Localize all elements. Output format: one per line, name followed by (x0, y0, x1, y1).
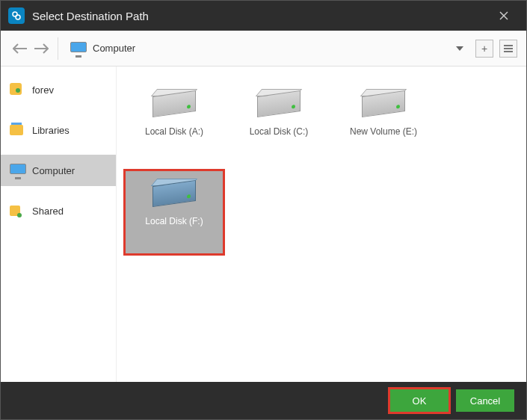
drive-label: Local Disk (A:) (145, 126, 203, 137)
svg-point-1 (16, 15, 20, 19)
navbar-right: + (456, 40, 517, 58)
back-button[interactable] (10, 38, 31, 59)
sidebar-item-libraries[interactable]: Libraries (1, 114, 116, 146)
dialog: Select Destination Path (0, 0, 527, 420)
titlebar: Select Destination Path (1, 1, 526, 31)
drive-label: Local Disk (C:) (250, 126, 309, 137)
back-arrow-icon (13, 43, 28, 54)
drive-grid: Local Disk (A:) Local Disk (C:) New Volu… (117, 67, 526, 382)
sidebar: forev Libraries Computer Shared (1, 67, 117, 382)
row-break (126, 164, 517, 171)
new-folder-button[interactable]: + (475, 40, 493, 58)
close-icon (499, 11, 508, 20)
sidebar-item-user[interactable]: forev (1, 74, 116, 105)
drive-local-a[interactable]: Local Disk (A:) (126, 81, 223, 164)
drive-icon (152, 179, 196, 209)
content: Computer + forev (1, 31, 526, 382)
sidebar-item-label: Computer (32, 165, 75, 176)
location-text: Computer (93, 43, 135, 54)
sidebar-item-computer[interactable]: Computer (1, 155, 116, 186)
list-icon (504, 45, 513, 52)
user-folder-icon (10, 83, 25, 96)
cancel-button[interactable]: Cancel (456, 389, 514, 412)
sidebar-item-label: forev (32, 84, 54, 96)
body: forev Libraries Computer Shared (1, 67, 526, 382)
location-dropdown[interactable] (456, 46, 463, 51)
sidebar-item-label: Shared (32, 206, 64, 217)
drive-icon (257, 89, 301, 119)
footer: OK Cancel (1, 382, 526, 419)
drive-label: Local Disk (F:) (145, 216, 203, 226)
sidebar-item-label: Libraries (32, 125, 70, 136)
drive-icon (362, 89, 405, 119)
computer-icon (10, 164, 25, 177)
forward-arrow-icon (34, 43, 49, 54)
navbar: Computer + (1, 31, 526, 67)
forward-button[interactable] (31, 38, 52, 59)
drive-icon (152, 89, 196, 119)
view-list-button[interactable] (499, 40, 517, 58)
drive-local-f[interactable]: Local Disk (F:) (126, 171, 223, 253)
drive-new-volume-e[interactable]: New Volume (E:) (335, 81, 432, 164)
nav-separator (58, 37, 58, 60)
dialog-title: Select Destination Path (32, 10, 489, 22)
close-button[interactable] (489, 1, 519, 31)
ok-button[interactable]: OK (390, 389, 449, 412)
drive-local-c[interactable]: Local Disk (C:) (230, 81, 327, 164)
shared-icon (10, 204, 25, 217)
drive-label: New Volume (E:) (350, 126, 417, 137)
app-icon (8, 7, 25, 24)
plus-icon: + (481, 43, 487, 55)
location-bar[interactable]: Computer (64, 37, 456, 61)
libraries-icon (10, 123, 25, 137)
computer-icon (70, 42, 87, 55)
sidebar-item-shared[interactable]: Shared (1, 195, 116, 226)
